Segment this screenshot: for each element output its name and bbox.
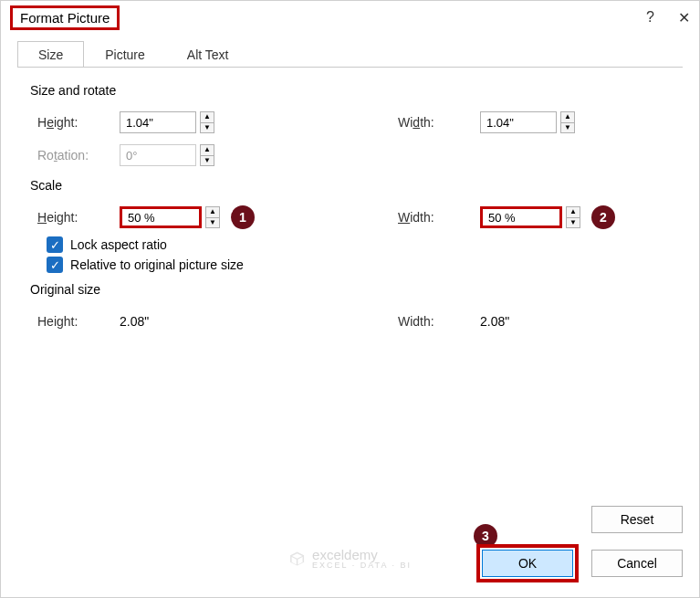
section-original: Original size xyxy=(30,282,672,297)
ok-button[interactable]: OK xyxy=(482,550,573,577)
help-icon[interactable]: ? xyxy=(646,9,654,26)
scale-height-spinner[interactable]: ▲ ▼ xyxy=(205,206,220,228)
section-size-rotate: Size and rotate xyxy=(30,83,672,98)
scale-width-input[interactable] xyxy=(480,206,562,228)
section-scale: Scale xyxy=(30,178,672,193)
spinner-up-icon[interactable]: ▲ xyxy=(201,112,214,122)
spinner-up-icon[interactable]: ▲ xyxy=(561,112,574,122)
close-icon[interactable]: ✕ xyxy=(678,9,690,26)
cancel-button[interactable]: Cancel xyxy=(591,550,683,577)
width-spinner[interactable]: ▲ ▼ xyxy=(560,111,575,133)
lock-aspect-checkbox[interactable]: ✓ xyxy=(47,236,63,253)
spinner-down-icon[interactable]: ▼ xyxy=(206,217,219,228)
relative-size-label: Relative to original picture size xyxy=(70,257,244,272)
scale-width-spinner[interactable]: ▲ ▼ xyxy=(566,206,580,228)
orig-width-value: 2.08" xyxy=(480,314,509,329)
orig-height-label: Height: xyxy=(37,314,120,329)
size-pane: Size and rotate Height: ▲ ▼ Width: ▲ ▼ xyxy=(1,68,699,335)
height-spinner[interactable]: ▲ ▼ xyxy=(200,111,214,133)
tab-picture[interactable]: Picture xyxy=(84,41,166,68)
tab-size[interactable]: Size xyxy=(17,41,84,68)
rotation-input xyxy=(120,144,196,166)
spinner-up-icon[interactable]: ▲ xyxy=(567,207,580,217)
format-picture-dialog: Format Picture ? ✕ Size Picture Alt Text… xyxy=(0,0,700,598)
spinner-down-icon[interactable]: ▼ xyxy=(561,122,574,133)
tab-alt-text[interactable]: Alt Text xyxy=(166,41,250,68)
spinner-down-icon[interactable]: ▼ xyxy=(567,217,580,228)
rotation-spinner: ▲ ▼ xyxy=(200,144,214,166)
scale-height-label: Height: xyxy=(37,210,120,225)
watermark: exceldemy EXCEL · DATA · BI xyxy=(288,547,412,570)
width-input[interactable] xyxy=(480,111,557,133)
height-input[interactable] xyxy=(120,111,196,133)
callout-badge-1: 1 xyxy=(231,205,255,229)
width-label: Width: xyxy=(398,115,480,130)
scale-width-label: Width: xyxy=(398,210,480,225)
rotation-label: Rotation: xyxy=(37,148,120,163)
relative-size-checkbox[interactable]: ✓ xyxy=(47,257,63,273)
spinner-down-icon[interactable]: ▼ xyxy=(201,122,214,133)
cube-icon xyxy=(288,551,305,567)
tabs: Size Picture Alt Text xyxy=(17,41,699,68)
spinner-up-icon[interactable]: ▲ xyxy=(206,207,219,217)
reset-button[interactable]: Reset xyxy=(591,506,683,533)
spinner-up-icon: ▲ xyxy=(201,145,214,155)
lock-aspect-label: Lock aspect ratio xyxy=(70,237,167,252)
orig-width-label: Width: xyxy=(398,314,480,329)
scale-height-input[interactable] xyxy=(120,206,202,228)
titlebar: Format Picture ? ✕ xyxy=(1,1,699,34)
orig-height-value: 2.08" xyxy=(120,314,149,329)
ok-highlight: OK xyxy=(476,544,579,582)
callout-badge-2: 2 xyxy=(591,205,615,229)
dialog-title: Format Picture xyxy=(10,5,120,30)
height-label: Height: xyxy=(37,115,120,130)
tab-separator xyxy=(17,67,683,68)
spinner-down-icon: ▼ xyxy=(201,155,214,166)
